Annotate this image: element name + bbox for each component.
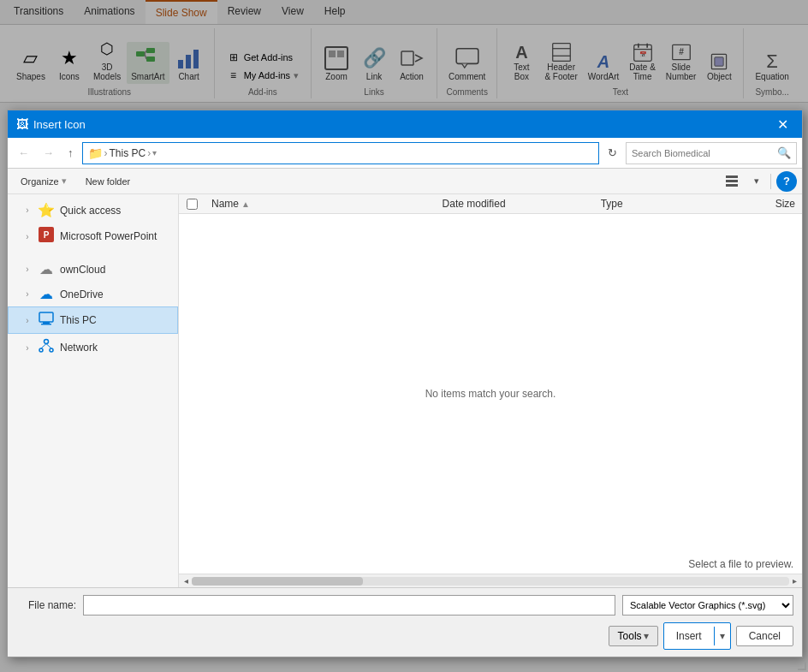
dialog-toolbar: Organize ▾ New folder ▾ ? bbox=[8, 169, 802, 194]
svg-point-34 bbox=[39, 348, 43, 352]
dialog-close-button[interactable]: ✕ bbox=[772, 115, 793, 134]
scrollbar-track bbox=[192, 577, 789, 586]
dialog-nav: › ⭐ Quick access › P Microsoft PowerPoin… bbox=[8, 194, 179, 587]
svg-line-36 bbox=[41, 344, 46, 349]
insert-dropdown-button[interactable]: ▾ bbox=[715, 627, 730, 645]
nav-item-onedrive[interactable]: › ☁ OneDrive bbox=[8, 282, 178, 306]
select-all-checkbox[interactable] bbox=[187, 199, 198, 210]
preview-message: Select a file to preview. bbox=[688, 558, 793, 570]
expand-icon-1: › bbox=[22, 232, 33, 241]
col-name-header[interactable]: Name ▲ bbox=[205, 198, 436, 210]
svg-rect-25 bbox=[726, 175, 738, 178]
this-pc-icon bbox=[38, 311, 55, 330]
nav-item-owncloud[interactable]: › ☁ ownCloud bbox=[8, 257, 178, 282]
dialog-title-area: 🖼 Insert Icon bbox=[16, 117, 86, 131]
organize-label: Organize bbox=[21, 176, 59, 187]
scroll-left-button[interactable]: ◂ bbox=[181, 576, 192, 586]
svg-point-33 bbox=[45, 340, 49, 344]
dialog-title-text: Insert Icon bbox=[33, 118, 86, 131]
dialog-bottom: File name: Scalable Vector Graphics (*.s… bbox=[8, 587, 802, 657]
view-list-button[interactable] bbox=[719, 171, 745, 192]
dialog-main: › ⭐ Quick access › P Microsoft PowerPoin… bbox=[8, 194, 802, 587]
organize-button[interactable]: Organize ▾ bbox=[13, 173, 74, 189]
col-check[interactable] bbox=[179, 199, 205, 210]
path-chevron: ▾ bbox=[152, 148, 157, 158]
col-size-label: Size bbox=[775, 198, 795, 210]
path-this-pc[interactable]: This PC bbox=[110, 147, 146, 159]
dialog-title-icon: 🖼 bbox=[16, 117, 28, 131]
svg-rect-26 bbox=[726, 180, 738, 182]
resize-handle[interactable] bbox=[798, 662, 808, 672]
nav-up-button[interactable]: ↑ bbox=[62, 144, 79, 162]
scroll-right-button[interactable]: ▸ bbox=[789, 576, 800, 586]
network-label: Network bbox=[60, 342, 98, 354]
insert-main-label[interactable]: Insert bbox=[664, 627, 715, 645]
onedrive-label: OneDrive bbox=[60, 288, 104, 300]
this-pc-label: This PC bbox=[60, 314, 97, 326]
help-button[interactable]: ? bbox=[776, 171, 797, 192]
expand-icon-6: › bbox=[22, 343, 33, 353]
search-input[interactable] bbox=[632, 148, 777, 158]
nav-back-button[interactable]: ← bbox=[13, 144, 34, 162]
path-sep-2: › bbox=[147, 147, 151, 159]
quick-access-label: Quick access bbox=[60, 205, 121, 217]
column-headers: Name ▲ Date modified Type Size bbox=[179, 194, 802, 214]
filetype-select[interactable]: Scalable Vector Graphics (*.svg) All Fil… bbox=[622, 595, 793, 616]
bottom-buttons: Tools ▾ Insert ▾ Cancel bbox=[16, 622, 793, 650]
organize-arrow: ▾ bbox=[62, 175, 67, 187]
col-name-label: Name bbox=[211, 198, 239, 210]
search-icon: 🔍 bbox=[777, 146, 791, 159]
nav-item-network[interactable]: › Network bbox=[8, 334, 178, 361]
col-date-label: Date modified bbox=[443, 198, 506, 210]
tools-button[interactable]: Tools ▾ bbox=[609, 626, 658, 646]
col-size-header[interactable]: Size bbox=[716, 198, 802, 210]
scrollbar-thumb[interactable] bbox=[192, 577, 363, 586]
insert-icon-dialog: 🖼 Insert Icon ✕ ← → ↑ 📁 › This PC › ▾ ↻ … bbox=[7, 110, 803, 657]
address-path[interactable]: 📁 › This PC › ▾ bbox=[82, 142, 600, 164]
powerpoint-label: Microsoft PowerPoint bbox=[60, 230, 157, 242]
filename-input[interactable] bbox=[83, 595, 615, 616]
owncloud-icon: ☁ bbox=[38, 261, 55, 277]
nav-forward-button[interactable]: → bbox=[38, 144, 59, 162]
insert-button[interactable]: Insert ▾ bbox=[663, 622, 731, 650]
refresh-button[interactable]: ↻ bbox=[603, 144, 622, 162]
powerpoint-icon: P bbox=[38, 227, 55, 246]
nav-item-quick-access[interactable]: › ⭐ Quick access bbox=[8, 198, 178, 223]
svg-point-35 bbox=[50, 348, 53, 352]
svg-rect-27 bbox=[726, 184, 738, 187]
sort-icon: ▲ bbox=[241, 199, 250, 209]
empty-message: No items match your search. bbox=[425, 388, 556, 400]
expand-icon-3: › bbox=[22, 265, 33, 274]
view-dropdown-button[interactable]: ▾ bbox=[748, 173, 765, 189]
expand-icon-5: › bbox=[22, 316, 33, 325]
expand-icon-0: › bbox=[22, 205, 33, 215]
network-icon bbox=[38, 338, 55, 357]
svg-text:P: P bbox=[44, 230, 50, 240]
search-box: 🔍 bbox=[626, 142, 797, 164]
owncloud-label: ownCloud bbox=[60, 264, 105, 276]
new-folder-button[interactable]: New folder bbox=[78, 174, 139, 189]
onedrive-icon: ☁ bbox=[38, 286, 55, 302]
dialog-overlay: 🖼 Insert Icon ✕ ← → ↑ 📁 › This PC › ▾ ↻ … bbox=[0, 0, 808, 672]
dialog-addressbar: ← → ↑ 📁 › This PC › ▾ ↻ 🔍 bbox=[8, 138, 802, 169]
path-folder-icon: 📁 bbox=[88, 146, 103, 160]
col-type-label: Type bbox=[601, 198, 623, 210]
nav-item-powerpoint[interactable]: › P Microsoft PowerPoint bbox=[8, 223, 178, 250]
svg-rect-31 bbox=[43, 322, 50, 324]
svg-line-37 bbox=[46, 344, 51, 349]
tools-arrow: ▾ bbox=[644, 630, 649, 642]
cancel-button[interactable]: Cancel bbox=[736, 626, 793, 646]
dialog-content: Name ▲ Date modified Type Size No ite bbox=[179, 194, 802, 587]
svg-rect-30 bbox=[39, 312, 53, 322]
tools-label: Tools bbox=[618, 630, 642, 642]
col-date-header[interactable]: Date modified bbox=[436, 198, 594, 210]
expand-icon-4: › bbox=[22, 289, 33, 299]
file-list-area: No items match your search. bbox=[179, 214, 802, 574]
filename-label: File name: bbox=[16, 599, 76, 611]
svg-rect-32 bbox=[41, 324, 51, 325]
nav-item-this-pc[interactable]: › This PC bbox=[8, 306, 178, 334]
horizontal-scrollbar[interactable]: ◂ ▸ bbox=[179, 574, 802, 587]
col-type-header[interactable]: Type bbox=[594, 198, 716, 210]
filename-row: File name: Scalable Vector Graphics (*.s… bbox=[16, 595, 793, 616]
new-folder-label: New folder bbox=[86, 176, 131, 187]
